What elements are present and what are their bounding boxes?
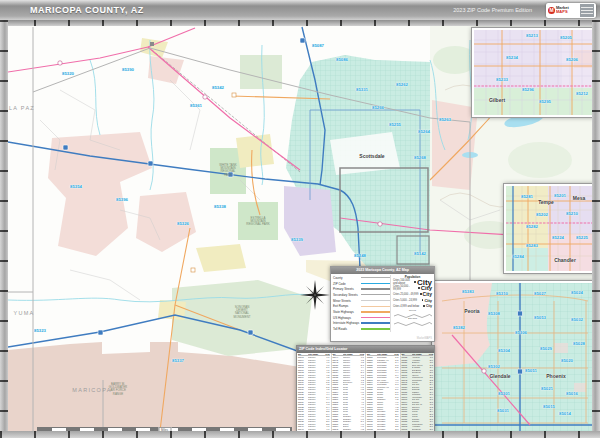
- frame-tick-strip-right: [592, 20, 600, 438]
- zip-index-column: ZIPCity NameGrid85044PhoenixF-785045Phoe…: [332, 353, 367, 432]
- zip-index-title: ZIP Code Index/Grid Locator: [297, 346, 434, 353]
- legend-population: Population Cities 100,000 and aboveCityC…: [390, 275, 432, 332]
- map-header-bar: MARICOPA COUNTY, AZ 2023 ZIP Code Premiu…: [0, 0, 600, 20]
- legend-watermark: MarketMAPS: [417, 337, 432, 340]
- legend: 2023 Maricopa County, AZ Map CountyZIP C…: [330, 266, 435, 342]
- edition-label: 2023 ZIP Code Premium Edition: [453, 7, 532, 13]
- zip-index-column: ZIPCity NameGrid85322ArlingtonC-785323Av…: [401, 353, 435, 432]
- inset-pgp-svg: [434, 283, 595, 433]
- brand-tagline-box: [580, 4, 594, 17]
- frame-tick-strip-top: [0, 20, 600, 26]
- frame-tick-strip-bottom: [0, 431, 600, 438]
- inset-map-gilbert: [472, 28, 596, 117]
- legend-title: 2023 Maricopa County, AZ Map: [331, 267, 434, 274]
- zip-index-table: ZIP Code Index/Grid Locator ZIPCity Name…: [296, 345, 435, 433]
- inset-tmc-svg: [506, 186, 595, 271]
- zip-index-column: ZIPCity NameGrid85003PhoenixF-685004Phoe…: [297, 353, 332, 432]
- map-title: MARICOPA COUNTY, AZ: [30, 5, 144, 15]
- brand-logo-icon: M: [548, 7, 555, 14]
- brand-logo: M MarketMAPS: [546, 3, 596, 18]
- inset-map-tempe-mesa-chandler: [504, 184, 597, 273]
- water-sample-row: Rivers: [393, 309, 432, 317]
- inset-gilbert-svg: [474, 30, 594, 115]
- wall-map: 2023 Maricopa County, AZ Map CountyZIP C…: [0, 0, 600, 438]
- brand-name: MarketMAPS: [556, 6, 569, 14]
- water-sample-row: Streams: [393, 317, 432, 325]
- inset-map-peoria-glendale-phoenix: [432, 281, 597, 435]
- legend-row: Toll Roads: [333, 326, 390, 332]
- compass-rose: [300, 280, 330, 310]
- water-sample-line: [393, 319, 433, 327]
- legend-line-samples: CountyZIP CodePrimary StreetsSecondary S…: [333, 275, 390, 332]
- frame-tick-strip-left: [0, 20, 8, 438]
- zip-index-column: ZIPCity NameGrid85251ScottsdaleG-585253P…: [366, 353, 401, 432]
